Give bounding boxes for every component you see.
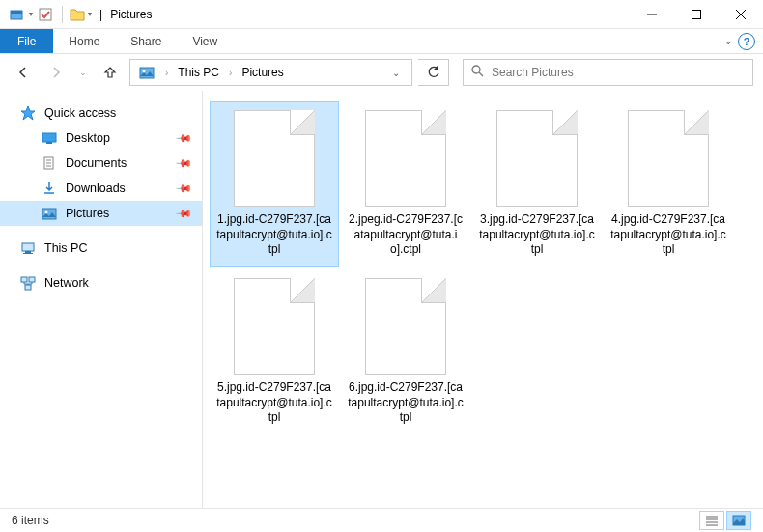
recent-dropdown[interactable]: ⌄ [75,59,91,86]
file-item[interactable]: 6.jpg.id-C279F237.[catapultacrypt@tuta.i… [342,270,469,434]
properties-qat-button[interactable] [6,4,27,25]
up-button[interactable] [97,59,124,86]
sidebar-quick-access[interactable]: Quick access [0,100,202,126]
svg-rect-7 [140,68,154,78]
svg-rect-4 [692,10,701,18]
maximize-button[interactable] [674,0,719,29]
sidebar-item-pictures[interactable]: Pictures 📌 [0,201,202,226]
ribbon: File Home Share View ⌄ ? [0,29,763,54]
file-item[interactable]: 2.jpeg.id-C279F237.[catapultacrypt@tuta.… [342,102,469,266]
search-box[interactable] [463,59,753,86]
sidebar-item-label: Documents [66,156,127,170]
statusbar: 6 items [0,508,763,532]
file-grid: 1.jpg.id-C279F237.[catapultacrypt@tuta.i… [203,91,763,508]
sidebar: Quick access Desktop 📌 Documents 📌 Downl… [0,91,203,508]
help-icon[interactable]: ? [738,33,755,50]
svg-line-10 [479,72,483,76]
share-tab[interactable]: Share [115,29,177,53]
breadcrumb-dropdown[interactable]: ⌄ [384,68,408,78]
home-tab[interactable]: Home [53,29,115,53]
titlebar: ▾ ▾ | Pictures [0,0,763,29]
file-item[interactable]: 1.jpg.id-C279F237.[catapultacrypt@tuta.i… [211,102,338,266]
network-icon [19,274,37,292]
chevron-right-icon[interactable]: › [165,68,168,78]
refresh-button[interactable] [418,59,449,86]
file-tab[interactable]: File [0,29,53,53]
search-icon [471,65,484,80]
sidebar-item-label: Quick access [44,106,116,120]
file-label: 4.jpg.id-C279F237.[catapultacrypt@tuta.i… [608,212,728,258]
view-mode-buttons [699,511,751,530]
svg-rect-1 [11,11,22,14]
title-separator: | [99,8,102,21]
file-item[interactable]: 5.jpg.id-C279F237.[catapultacrypt@tuta.i… [211,270,338,434]
file-thumbnail [234,110,315,207]
file-thumbnail [365,278,446,375]
pin-icon: 📌 [174,154,192,172]
qat-dropdown-2[interactable]: ▾ [88,10,92,18]
file-label: 1.jpg.id-C279F237.[catapultacrypt@tuta.i… [214,212,334,258]
file-thumbnail [234,278,315,375]
minimize-button[interactable] [630,0,674,29]
svg-rect-2 [40,9,51,20]
close-button[interactable] [719,0,763,29]
breadcrumb-this-pc[interactable]: This PC [174,64,223,81]
this-pc-icon [19,239,37,257]
sidebar-item-label: This PC [44,241,87,255]
sidebar-item-documents[interactable]: Documents 📌 [0,151,202,176]
forward-button[interactable] [42,59,70,86]
file-item[interactable]: 3.jpg.id-C279F237.[catapultacrypt@tuta.i… [473,102,601,266]
breadcrumb-pictures[interactable]: Pictures [238,64,287,81]
svg-rect-20 [22,243,34,251]
pictures-breadcrumb-icon [138,64,155,81]
quick-access-toolbar: ▾ ▾ | Pictures [0,4,152,25]
svg-rect-25 [25,285,31,290]
file-item[interactable]: 4.jpg.id-C279F237.[catapultacrypt@tuta.i… [605,102,732,266]
navbar: ⌄ › This PC › Pictures ⌄ [0,54,763,91]
icons-view-button[interactable] [726,511,751,530]
folder-icon [69,6,86,23]
pictures-icon [41,205,58,222]
sidebar-item-desktop[interactable]: Desktop 📌 [0,126,202,151]
file-thumbnail [496,110,578,207]
window-controls [630,0,763,29]
window-title: Pictures [110,8,152,21]
svg-rect-18 [42,209,56,219]
ribbon-expand-icon[interactable]: ⌄ [724,36,732,46]
svg-point-9 [472,66,480,73]
qat-separator [62,6,63,23]
svg-rect-23 [21,277,27,282]
svg-rect-21 [25,251,31,253]
breadcrumb[interactable]: › This PC › Pictures ⌄ [129,59,412,86]
file-label: 2.jpeg.id-C279F237.[catapultacrypt@tuta.… [346,212,466,258]
file-thumbnail [365,110,446,207]
file-label: 6.jpg.id-C279F237.[catapultacrypt@tuta.i… [346,380,466,426]
sidebar-item-downloads[interactable]: Downloads 📌 [0,176,202,201]
svg-rect-22 [23,253,33,254]
svg-rect-24 [29,277,35,282]
svg-rect-12 [46,142,52,144]
file-thumbnail [628,110,709,207]
search-input[interactable] [492,66,745,79]
main-area: Quick access Desktop 📌 Documents 📌 Downl… [0,91,763,508]
downloads-icon [41,180,58,197]
file-label: 5.jpg.id-C279F237.[catapultacrypt@tuta.i… [214,380,334,426]
chevron-right-icon[interactable]: › [229,68,232,78]
sidebar-item-label: Network [44,276,89,290]
sidebar-item-label: Pictures [66,207,109,220]
desktop-icon [41,129,58,147]
sidebar-this-pc[interactable]: This PC [0,236,202,261]
qat-dropdown-1[interactable]: ▾ [29,10,33,18]
svg-rect-11 [42,133,56,142]
sidebar-item-label: Desktop [66,131,110,145]
checkbox-qat-button[interactable] [35,4,56,25]
details-view-button[interactable] [699,511,724,530]
documents-icon [41,154,58,172]
star-icon [19,104,37,122]
view-tab[interactable]: View [177,29,233,53]
pin-icon: 📌 [174,204,192,222]
pin-icon: 📌 [174,128,192,147]
sidebar-network[interactable]: Network [0,270,202,295]
back-button[interactable] [10,59,37,86]
item-count: 6 items [12,514,49,527]
